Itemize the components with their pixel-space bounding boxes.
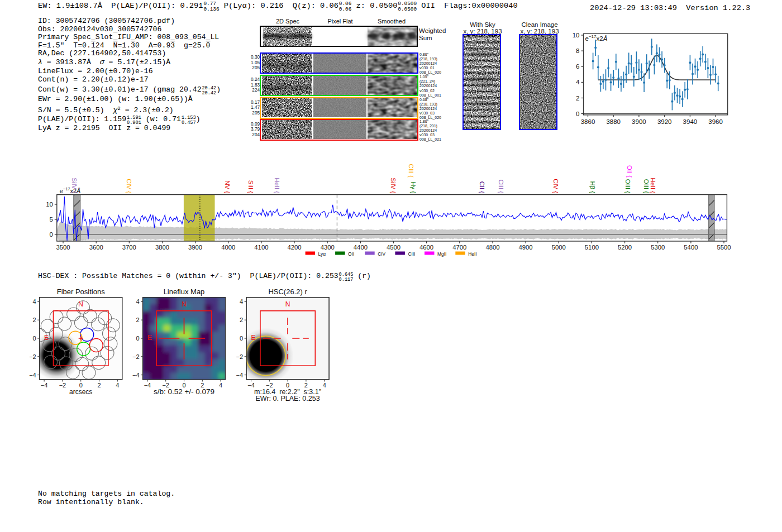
svg-text:4800: 4800 xyxy=(485,244,499,251)
svg-text:Fiber Positions: Fiber Positions xyxy=(57,287,105,296)
svg-text:CIV {: CIV { xyxy=(552,179,559,193)
svg-text:−4: −4 xyxy=(236,372,244,378)
svg-text:CII {: CII { xyxy=(479,181,485,194)
svg-text:2: 2 xyxy=(240,317,243,323)
svg-text:2: 2 xyxy=(136,317,139,323)
svg-text:HeII {: HeII { xyxy=(650,178,656,193)
svg-text:5000: 5000 xyxy=(552,244,566,251)
svg-text:N: N xyxy=(285,300,290,308)
svg-text:−4: −4 xyxy=(132,372,140,378)
svg-text:4400: 4400 xyxy=(354,244,368,251)
svg-text:s/b: 0.52 +/- 0.079: s/b: 0.52 +/- 0.079 xyxy=(154,387,214,396)
svg-text:−2: −2 xyxy=(59,382,66,389)
svg-text:CIV {: CIV { xyxy=(126,179,132,193)
svg-text:4600: 4600 xyxy=(419,244,433,251)
svg-text:10: 10 xyxy=(573,32,580,39)
svg-text:3500: 3500 xyxy=(56,244,70,251)
svg-text:E: E xyxy=(147,334,152,342)
svg-text:3700: 3700 xyxy=(122,244,136,251)
svg-text:4: 4 xyxy=(240,298,243,305)
svg-text:0: 0 xyxy=(576,111,579,117)
svg-text:3940: 3940 xyxy=(683,118,698,125)
svg-text:−4: −4 xyxy=(144,382,151,389)
svg-text:CIV: CIV xyxy=(378,251,385,257)
svg-text:OII {: OII { xyxy=(626,165,633,178)
svg-text:Lyα: Lyα xyxy=(318,251,326,257)
svg-text:SiIV {: SiIV { xyxy=(71,178,78,193)
svg-text:5100: 5100 xyxy=(585,244,599,251)
svg-text:HeII {: HeII { xyxy=(274,178,280,193)
svg-text:4: 4 xyxy=(576,79,580,85)
svg-text:4900: 4900 xyxy=(519,244,533,251)
svg-text:HSC(26.2) r: HSC(26.2) r xyxy=(268,287,307,296)
svg-text:3800: 3800 xyxy=(155,244,169,251)
svg-text:3880: 3880 xyxy=(606,118,621,125)
svg-text:−4: −4 xyxy=(41,382,48,389)
svg-text:0: 0 xyxy=(33,335,36,342)
svg-text:4700: 4700 xyxy=(452,244,466,251)
svg-text:3860: 3860 xyxy=(581,118,595,125)
svg-text:4200: 4200 xyxy=(287,244,301,251)
svg-text:3600: 3600 xyxy=(89,244,103,251)
svg-text:−4: −4 xyxy=(29,372,36,378)
svg-text:3900: 3900 xyxy=(188,244,202,251)
svg-text:Hγ {: Hγ { xyxy=(410,181,417,193)
svg-text:4: 4 xyxy=(116,382,119,389)
svg-text:EWr: 0. PLAE: 0.253: EWr: 0. PLAE: 0.253 xyxy=(256,395,320,402)
svg-text:−4: −4 xyxy=(247,382,255,389)
svg-text:5300: 5300 xyxy=(651,244,665,251)
svg-text:5: 5 xyxy=(50,216,53,223)
svg-text:4100: 4100 xyxy=(254,244,268,251)
svg-text:CIII {: CIII { xyxy=(498,180,504,194)
svg-text:NV {: NV { xyxy=(224,180,231,193)
svg-text:−2: −2 xyxy=(29,353,36,360)
svg-text:3920: 3920 xyxy=(657,118,672,125)
svg-text:arcsecs: arcsecs xyxy=(69,388,92,396)
svg-text:5400: 5400 xyxy=(684,244,698,251)
svg-text:SiIV {: SiIV { xyxy=(390,178,397,193)
svg-text:OIII {: OIII { xyxy=(624,179,631,193)
svg-text:0: 0 xyxy=(136,335,139,342)
svg-text:4: 4 xyxy=(323,382,326,389)
svg-text:4: 4 xyxy=(219,382,222,389)
svg-text:2: 2 xyxy=(33,317,36,323)
svg-text:−2: −2 xyxy=(132,353,140,360)
svg-text:Hβ {: Hβ { xyxy=(589,181,596,193)
svg-text:SiII {: SiII { xyxy=(247,180,254,193)
svg-text:e−17x2Å: e−17x2Å xyxy=(585,34,608,42)
svg-text:OII: OII xyxy=(348,251,354,257)
svg-text:3900: 3900 xyxy=(632,118,646,125)
svg-text:N: N xyxy=(78,300,83,308)
svg-text:4000: 4000 xyxy=(221,244,235,251)
svg-text:E: E xyxy=(251,334,256,342)
svg-text:4: 4 xyxy=(33,298,36,305)
svg-text:6: 6 xyxy=(576,63,579,70)
svg-text:CIII: CIII xyxy=(408,251,415,257)
svg-text:E: E xyxy=(44,334,49,342)
svg-text:HeII: HeII xyxy=(468,251,476,257)
svg-text:2: 2 xyxy=(576,95,579,102)
svg-text:10: 10 xyxy=(46,201,53,208)
svg-text:OIII {: OIII { xyxy=(643,179,650,193)
svg-text:4500: 4500 xyxy=(387,244,400,251)
svg-text:3960: 3960 xyxy=(708,118,723,125)
svg-text:0: 0 xyxy=(50,231,53,238)
svg-text:Lineflux Map: Lineflux Map xyxy=(164,287,205,296)
svg-text:0: 0 xyxy=(240,335,243,342)
svg-text:MgII: MgII xyxy=(437,251,446,257)
svg-text:N: N xyxy=(182,300,187,308)
svg-text:5500: 5500 xyxy=(717,244,731,251)
svg-text:4: 4 xyxy=(136,298,139,305)
svg-text:8: 8 xyxy=(576,47,579,54)
svg-text:2: 2 xyxy=(97,382,101,389)
svg-text:CIII {: CIII { xyxy=(408,164,414,178)
svg-text:4300: 4300 xyxy=(321,244,335,251)
svg-text:−2: −2 xyxy=(236,353,244,360)
svg-text:5200: 5200 xyxy=(618,244,632,251)
